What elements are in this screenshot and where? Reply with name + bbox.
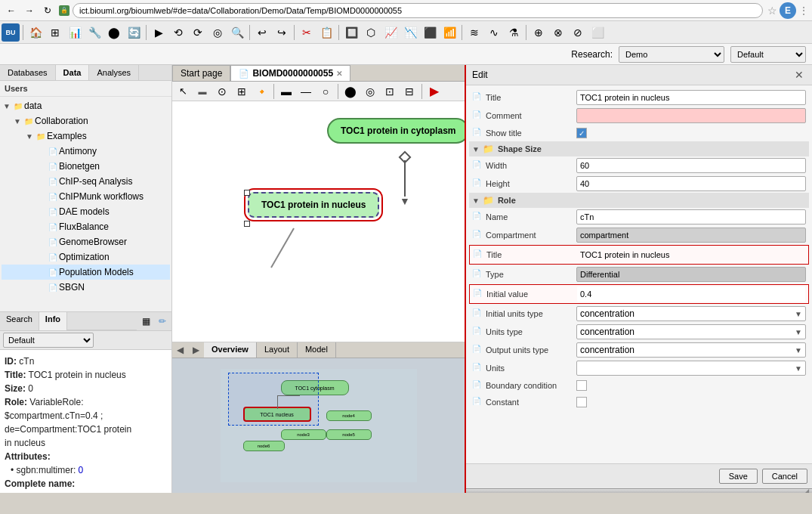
units-type-dropdown[interactable]: concentration ▼ [576, 324, 806, 339]
boundary-condition-checkbox[interactable] [576, 380, 587, 391]
tree-item-examples[interactable]: ▼ 📁 Examples [2, 128, 170, 144]
comment-field-input[interactable] [576, 108, 806, 123]
width-input[interactable] [576, 158, 806, 173]
tb-e2[interactable]: ∿ [485, 23, 503, 42]
tab-startpage[interactable]: Start page [172, 65, 230, 81]
tb-home[interactable]: 🏠 [26, 23, 45, 42]
handle-tl[interactable] [244, 190, 250, 196]
tree-item-antimony[interactable]: ▶ 📄 Antimony [2, 144, 170, 159]
back-button[interactable]: ← [3, 2, 20, 19]
diag-fit-btn[interactable]: ⊞ [233, 82, 251, 101]
tb-d1[interactable]: 🔲 [342, 23, 360, 42]
tb-d4[interactable]: 📉 [401, 23, 419, 42]
info-edit-btn[interactable]: ✏ [155, 314, 170, 329]
diag-btn7[interactable]: ⊡ [381, 82, 399, 101]
constant-checkbox[interactable] [576, 397, 587, 407]
role-section[interactable]: ▼ 📁 Role [469, 193, 809, 208]
edit-close-button[interactable]: ✕ [792, 68, 806, 82]
diag-btn4[interactable]: ○ [316, 82, 335, 101]
info-default-select[interactable]: Default [3, 333, 94, 348]
diag-delete-btn[interactable]: ▬ [193, 82, 211, 101]
tb-grid[interactable]: ⊞ [46, 23, 64, 42]
tb-d5[interactable]: ⬛ [421, 23, 439, 42]
tb-c2[interactable]: 📋 [317, 23, 335, 42]
tb-d3[interactable]: 📈 [381, 23, 400, 42]
diagram-area[interactable]: ↖ ▬ ⊙ ⊞ 🔸 ▬ — ○ ⬤ ◎ ⊡ ⊟ ▶ [172, 82, 465, 342]
address-bar[interactable] [73, 3, 763, 18]
cancel-button[interactable]: Cancel [762, 469, 807, 484]
tree-item-bionetgen[interactable]: ▶ 📄 Bionetgen [2, 159, 170, 174]
diag-btn3[interactable]: — [297, 82, 315, 101]
role-title-input[interactable] [577, 247, 805, 262]
bottom-nav-left[interactable]: ◀ [172, 342, 188, 358]
tb-b1[interactable]: ↩ [253, 23, 271, 42]
save-button[interactable]: Save [719, 469, 758, 484]
forward-button[interactable]: → [21, 2, 38, 19]
diag-zoom-btn[interactable]: ⊙ [213, 82, 231, 101]
tree-item-populationmodels[interactable]: ▶ 📄 Population Models [2, 265, 170, 280]
tree-item-chipseq[interactable]: ▶ 📄 ChIP-seq Analysis [2, 174, 170, 189]
tree-item-chipmunk[interactable]: ▶ 📄 ChIPMunk workflows [2, 189, 170, 204]
show-title-checkbox[interactable]: ✓ [576, 128, 587, 138]
diag-btn2[interactable]: ▬ [277, 82, 295, 101]
diag-select-btn[interactable]: ↖ [174, 82, 192, 101]
node-nucleus[interactable]: TOC1 protein in nucleus [248, 192, 379, 218]
tb-chart[interactable]: 📊 [66, 23, 84, 42]
diag-btn5[interactable]: ⬤ [341, 82, 360, 101]
tb-f2[interactable]: ⊗ [549, 23, 567, 42]
compartment-input[interactable] [576, 228, 806, 243]
tb-f3[interactable]: ⊘ [569, 23, 587, 42]
tab-search[interactable]: Search [0, 312, 39, 330]
tree-item-genomebrowser[interactable]: ▶ 📄 GenomeBrowser [2, 234, 170, 249]
tab-overview[interactable]: Overview [204, 342, 257, 358]
output-units-type-dropdown[interactable]: concentration ▼ [576, 342, 806, 358]
tree-item-collaboration[interactable]: ▼ 📁 Collaboration [2, 113, 170, 128]
tb-e1[interactable]: ≋ [465, 23, 483, 42]
tab-model[interactable]: Model [298, 342, 336, 358]
default-select[interactable]: Default [730, 46, 806, 63]
tab-layout[interactable]: Layout [257, 342, 298, 358]
height-input[interactable] [576, 176, 806, 191]
menu-icon[interactable]: ⋮ [798, 5, 809, 17]
tb-c1[interactable]: ✂ [298, 23, 316, 42]
tree-item-daemodels[interactable]: ▶ 📄 DAE models [2, 204, 170, 219]
shape-size-section[interactable]: ▼ 📁 Shape Size [469, 141, 809, 156]
tb-circle[interactable]: ⬤ [105, 23, 123, 42]
tb-a4[interactable]: ◎ [208, 23, 227, 42]
tb-a5[interactable]: 🔍 [228, 23, 246, 42]
tab-biomd[interactable]: 📄 BIOMD0000000055 ✕ [230, 65, 350, 81]
profile-button[interactable]: E [780, 2, 796, 19]
research-select[interactable]: Demo [619, 46, 724, 63]
tab-data[interactable]: Data [56, 65, 90, 80]
bottom-nav-right[interactable]: ▶ [188, 342, 204, 358]
diag-btn8[interactable]: ⊟ [400, 82, 418, 101]
tb-arrow[interactable]: 🔄 [125, 23, 143, 42]
tree-item-sbgn[interactable]: ▶ 📄 SBGN [2, 280, 170, 295]
tb-a3[interactable]: ⟳ [189, 23, 207, 42]
tb-d6[interactable]: 📶 [440, 23, 458, 42]
tb-b2[interactable]: ↪ [273, 23, 291, 42]
tree-item-optimization[interactable]: ▶ 📄 Optimization [2, 249, 170, 265]
tb-f4[interactable]: ⬜ [588, 23, 607, 42]
tab-biomd-close[interactable]: ✕ [336, 70, 342, 78]
tb-a1[interactable]: ▶ [150, 23, 168, 42]
tree-item-fluxbalance[interactable]: ▶ 📄 FluxBalance [2, 219, 170, 234]
tb-d2[interactable]: ⬡ [362, 23, 380, 42]
name-input[interactable] [576, 209, 806, 224]
tb-tool1[interactable]: 🔧 [85, 23, 103, 42]
units-dropdown[interactable]: ▼ [576, 361, 806, 376]
title-field-input[interactable] [576, 90, 806, 105]
tb-a2[interactable]: ⟲ [169, 23, 187, 42]
tb-f1[interactable]: ⊕ [529, 23, 548, 42]
diag-btn1[interactable]: 🔸 [252, 82, 270, 101]
initial-units-type-dropdown[interactable]: concentration ▼ [576, 306, 806, 321]
handle-bl[interactable] [244, 221, 250, 227]
reload-button[interactable]: ↻ [39, 2, 56, 19]
tab-databases[interactable]: Databases [0, 65, 56, 80]
node-cytoplasm[interactable]: TOC1 protein in cytoplasm [327, 118, 465, 144]
resize-handle[interactable]: ◢ [466, 488, 812, 493]
initial-value-input[interactable] [577, 286, 805, 302]
diag-btn6[interactable]: ◎ [361, 82, 379, 101]
tab-analyses[interactable]: Analyses [89, 65, 139, 80]
tree-item-data[interactable]: ▼ 📁 data [2, 98, 170, 113]
